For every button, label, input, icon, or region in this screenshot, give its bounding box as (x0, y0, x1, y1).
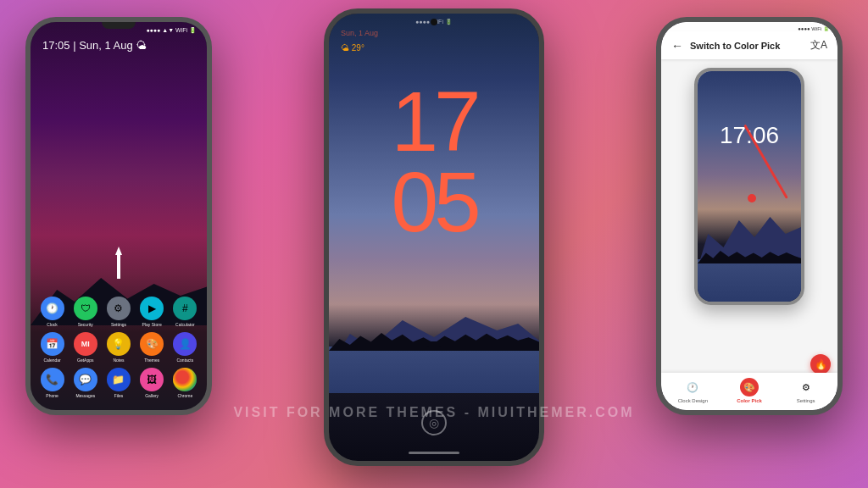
lake-mid (329, 347, 539, 393)
mountain-mid (329, 291, 539, 393)
list-item[interactable]: 👤 Contacts (170, 332, 200, 363)
list-item[interactable]: ▶ Play Store (136, 297, 167, 327)
translate-icon[interactable]: 文A (810, 38, 827, 53)
nav-color-pick[interactable]: 🎨 Color Pick (721, 378, 778, 403)
contacts-icon: 👤 (173, 332, 197, 356)
themes-icon: 🎨 (140, 332, 164, 356)
app-grid-left: 🕐 Clock 🛡 Security ⚙ Settings ▶ (36, 297, 202, 403)
list-item[interactable]: Chrome (170, 368, 200, 398)
clock-design-icon: 🕐 (683, 378, 702, 396)
list-item[interactable]: # Calculator (170, 297, 200, 327)
list-item[interactable]: 🖼 Gallery (136, 368, 167, 398)
clock-center-dot (748, 194, 756, 202)
color-pick-icon: 🎨 (740, 378, 759, 396)
chrome-icon (173, 368, 197, 391)
phone-left-frame: ●●●● ▲▼ WiFi 🔋 17:05 | Sun, 1 Aug 🌤 🕐 Cl… (25, 17, 212, 415)
back-button[interactable]: ← (671, 39, 683, 53)
list-item[interactable]: 📞 Phone (37, 368, 68, 398)
list-item[interactable]: 🛡 Security (70, 297, 101, 327)
app-row-2: 📅 Calendar MI GetApps 💡 Notes 🎨 (36, 332, 202, 363)
calculator-icon: # (173, 297, 197, 320)
bottom-nav: 🕐 Clock Design 🎨 Color Pick ⚙ Settings (661, 373, 837, 410)
screen-right: ●●●● WiFi 🔋 ← Switch to Color Pick 文A 17… (661, 22, 837, 410)
security-icon: 🛡 (74, 297, 97, 320)
list-item[interactable]: 🕐 Clock (37, 297, 68, 327)
notes-icon: 💡 (107, 332, 131, 356)
watermark: VISIT FOR MORE THEMES - MIUITHEMER.COM (233, 405, 634, 420)
time-date-left: 17:05 | Sun, 1 Aug 🌤 (31, 36, 207, 55)
phone-preview: 17:06 (694, 68, 804, 305)
list-item[interactable]: 📅 Calendar (37, 332, 68, 363)
phone-middle: ●●●● WiFi 🔋 Sun, 1 Aug 🌤 29° 17 05 ◎ (324, 8, 544, 466)
clock-design-label: Clock Design (678, 398, 708, 403)
big-clock-middle: 17 05 (329, 81, 539, 242)
list-item[interactable]: 📁 Files (103, 368, 134, 398)
preview-screen: 17:06 (698, 71, 801, 302)
list-item[interactable]: 💬 Messages (70, 368, 101, 398)
nav-clock-design[interactable]: 🕐 Clock Design (665, 378, 721, 403)
getapps-icon: MI (74, 332, 97, 356)
rocket-icon (117, 253, 120, 279)
phone-middle-frame: ●●●● WiFi 🔋 Sun, 1 Aug 🌤 29° 17 05 ◎ (324, 8, 544, 466)
sun-indicator: 🌤 29° (329, 39, 539, 54)
screen-left: ●●●● ▲▼ WiFi 🔋 17:05 | Sun, 1 Aug 🌤 🕐 Cl… (31, 22, 207, 410)
list-item[interactable]: 🎨 Themes (136, 332, 167, 363)
color-pick-label: Color Pick (737, 398, 762, 403)
fab-button[interactable]: 🔥 (810, 354, 831, 374)
punch-hole (431, 19, 437, 25)
calendar-icon: 📅 (41, 332, 64, 356)
files-icon: 📁 (107, 368, 131, 391)
phone-left: ●●●● ▲▼ WiFi 🔋 17:05 | Sun, 1 Aug 🌤 🕐 Cl… (25, 17, 212, 415)
clock-hand-container (698, 71, 801, 302)
settings-nav-icon: ⚙ (797, 378, 815, 396)
app-row-3: 📞 Phone 💬 Messages 📁 Files 🖼 (36, 368, 202, 398)
messages-icon: 💬 (74, 368, 97, 391)
notch-left (102, 22, 136, 29)
app-row-1: 🕐 Clock 🛡 Security ⚙ Settings ▶ (36, 297, 202, 327)
phone-right: ●●●● WiFi 🔋 ← Switch to Color Pick 文A 17… (656, 17, 843, 415)
gallery-icon: 🖼 (140, 368, 164, 391)
status-bar-right: ●●●● WiFi 🔋 (661, 22, 837, 31)
phone-right-frame: ●●●● WiFi 🔋 ← Switch to Color Pick 文A 17… (656, 17, 843, 415)
screen-middle: ●●●● WiFi 🔋 Sun, 1 Aug 🌤 29° 17 05 ◎ (329, 14, 539, 461)
phone-icon: 📞 (41, 368, 64, 391)
clock-icon: 🕐 (41, 297, 64, 320)
list-item[interactable]: MI GetApps (70, 332, 101, 363)
playstore-icon: ▶ (140, 297, 164, 320)
small-time-middle: Sun, 1 Aug (329, 29, 539, 37)
nav-settings[interactable]: ⚙ Settings (777, 378, 834, 403)
settings-nav-label: Settings (797, 398, 815, 403)
home-indicator-middle (409, 452, 459, 454)
boat-mid (426, 341, 442, 347)
list-item[interactable]: 💡 Notes (103, 332, 134, 363)
list-item[interactable]: ⚙ Settings (103, 297, 134, 327)
settings-icon: ⚙ (107, 297, 131, 320)
page-title: Switch to Color Pick (690, 41, 804, 51)
clock-hand (743, 125, 788, 199)
clock-hour: 17 (329, 81, 539, 162)
clock-minute: 05 (329, 162, 539, 242)
top-bar-right: ← Switch to Color Pick 文A (661, 31, 837, 59)
